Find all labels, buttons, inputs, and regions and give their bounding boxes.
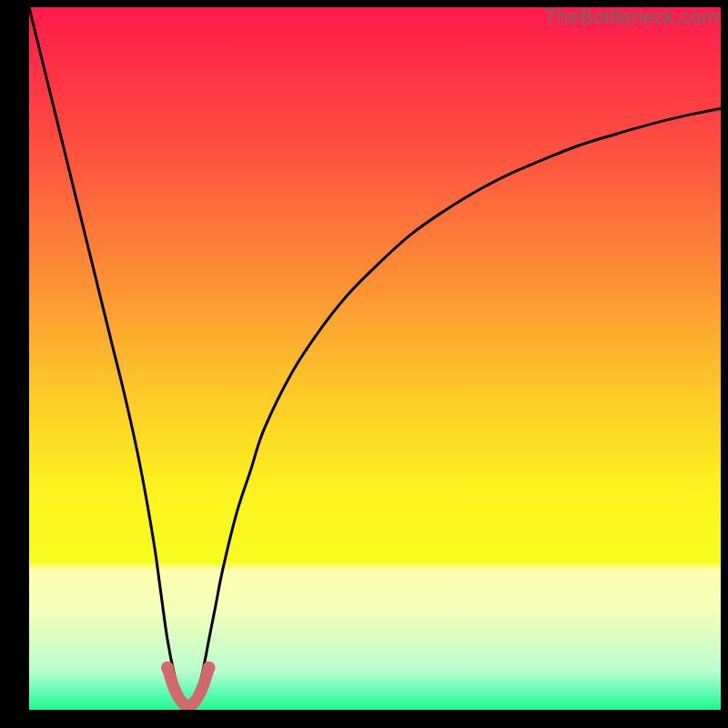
- optimum-marker-cap: [203, 662, 216, 674]
- chart-plot-area: [29, 7, 721, 710]
- chart-svg: [29, 7, 721, 710]
- optimum-marker-cap: [161, 662, 174, 674]
- chart-frame: TheBottleneck.com: [0, 0, 728, 728]
- chart-background: [29, 7, 721, 710]
- watermark-text: TheBottleneck.com: [544, 5, 719, 29]
